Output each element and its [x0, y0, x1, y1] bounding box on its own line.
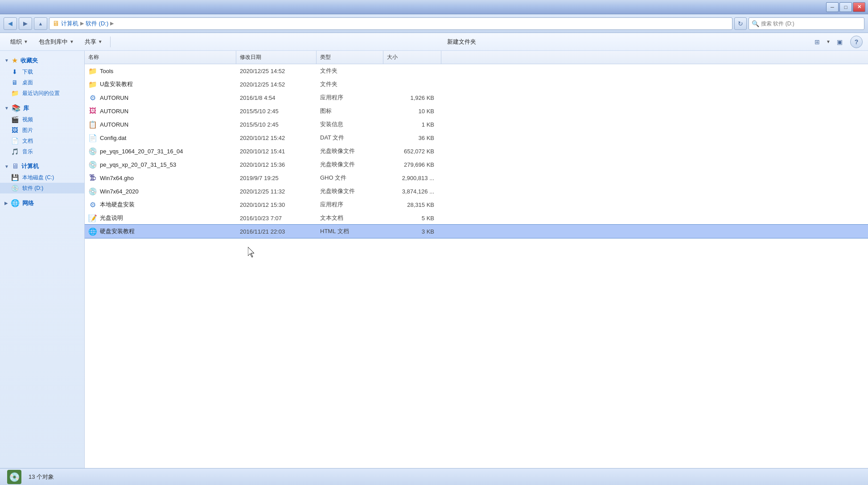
column-name-header[interactable]: 名称 [85, 51, 236, 64]
file-name: 硬盘安装教程 [100, 227, 135, 235]
preview-button[interactable]: ▣ [833, 36, 846, 48]
sidebar-item-drive-c[interactable]: 💾 本地磁盘 (C:) [0, 172, 84, 183]
sidebar-item-music[interactable]: 🎵 音乐 [0, 146, 84, 157]
organize-button[interactable]: 组织 ▼ [5, 35, 33, 49]
sidebar-item-video[interactable]: 🎬 视频 [0, 114, 84, 125]
file-icon: 🖼 [88, 107, 97, 115]
table-row[interactable]: 💿 Win7x64_2020 2020/12/25 11:32 光盘映像文件 3… [85, 185, 868, 198]
file-date-cell: 2020/10/12 15:30 [236, 200, 317, 210]
breadcrumb-computer[interactable]: 计算机 [61, 20, 78, 28]
view-toggle-button[interactable]: ⊞ [811, 36, 823, 48]
breadcrumb-drive[interactable]: 软件 (D:) [86, 20, 108, 28]
empty-area[interactable] [85, 266, 868, 468]
up-button[interactable]: ▲ [34, 17, 47, 30]
table-row[interactable]: 📄 Config.dat 2020/10/12 15:42 DAT 文件 36 … [85, 131, 868, 144]
toolbar: 组织 ▼ 包含到库中 ▼ 共享 ▼ 新建文件夹 ⊞ ▼ ▣ ? [0, 33, 868, 51]
file-name: 本地硬盘安装 [100, 201, 135, 209]
file-type-cell: 光盘映像文件 [317, 159, 383, 170]
sidebar-computer-section: ▼ 🖥 计算机 💾 本地磁盘 (C:) 💿 软件 (D:) [0, 160, 84, 193]
file-icon: ⚙ [88, 200, 97, 209]
file-date-cell: 2020/10/12 15:41 [236, 147, 317, 156]
table-row[interactable]: 🖼 AUTORUN 2015/5/10 2:45 图标 10 KB [85, 104, 868, 118]
file-date-cell: 2020/10/12 15:36 [236, 160, 317, 169]
sidebar-favorites-header[interactable]: ▼ ★ 收藏夹 [0, 54, 84, 66]
table-row[interactable]: 📝 光盘说明 2016/10/23 7:07 文本文档 5 KB [85, 211, 868, 225]
maximize-button[interactable]: □ [839, 2, 852, 12]
table-row[interactable]: 🌐 硬盘安装教程 2016/11/21 22:03 HTML 文档 3 KB [85, 225, 868, 238]
search-input[interactable] [761, 21, 861, 27]
sidebar-item-documents[interactable]: 📄 文档 [0, 136, 84, 146]
recent-icon: 📁 [11, 89, 19, 97]
table-row[interactable]: 💿 pe_yqs_1064_20_07_31_16_04 2020/10/12 … [85, 144, 868, 158]
file-name: Win7x64.gho [100, 175, 134, 181]
sidebar-item-recent[interactable]: 📁 最近访问的位置 [0, 88, 84, 99]
file-size-cell: 10 KB [383, 107, 441, 116]
file-size-cell: 2,900,813 ... [383, 173, 441, 183]
file-name-cell: 🌐 硬盘安装教程 [85, 226, 236, 237]
file-name: AUTORUN [100, 121, 128, 128]
table-row[interactable]: ⚙ AUTORUN 2016/1/8 4:54 应用程序 1,926 KB [85, 91, 868, 104]
video-icon: 🎬 [11, 115, 19, 123]
column-date-header[interactable]: 修改日期 [236, 51, 317, 64]
library-label: 库 [23, 104, 29, 112]
column-type-header[interactable]: 类型 [317, 51, 383, 64]
file-rows: 📁 Tools 2020/12/25 14:52 文件夹 📁 U盘安装教程 20… [85, 64, 868, 266]
table-row[interactable]: 📋 AUTORUN 2015/5/10 2:45 安装信息 1 KB [85, 118, 868, 131]
file-name: pe_yqs_xp_20_07_31_15_53 [100, 161, 176, 168]
file-name-cell: ⚙ AUTORUN [85, 92, 236, 103]
file-name: pe_yqs_1064_20_07_31_16_04 [100, 148, 183, 155]
drive-d-icon: 💿 [11, 184, 19, 192]
new-folder-button[interactable]: 新建文件夹 [442, 35, 481, 49]
breadcrumb: 🖥 计算机 ▶ 软件 (D:) ▶ [49, 17, 732, 30]
file-name-cell: 📁 Tools [85, 65, 236, 77]
file-icon: 💿 [88, 187, 97, 196]
video-label: 视频 [22, 116, 33, 123]
file-type-cell: 文本文档 [317, 213, 383, 223]
file-type-cell: DAT 文件 [317, 132, 383, 143]
sidebar-library-header[interactable]: ▼ 📚 库 [0, 102, 84, 114]
share-dropdown-icon: ▼ [98, 39, 103, 44]
file-date-cell: 2015/5/10 2:45 [236, 107, 317, 116]
sidebar-item-downloads[interactable]: ⬇ 下载 [0, 66, 84, 77]
search-icon: 🔍 [752, 20, 759, 27]
file-icon: 📁 [88, 80, 97, 89]
file-type-cell: 光盘映像文件 [317, 146, 383, 156]
column-size-header[interactable]: 大小 [383, 51, 441, 64]
organize-label: 组织 [10, 38, 22, 46]
downloads-icon: ⬇ [11, 68, 19, 76]
close-button[interactable]: ✕ [853, 2, 865, 12]
sidebar-item-pictures[interactable]: 🖼 图片 [0, 125, 84, 136]
table-row[interactable]: 💿 pe_yqs_xp_20_07_31_15_53 2020/10/12 15… [85, 158, 868, 171]
refresh-button[interactable]: ↻ [734, 17, 747, 30]
sidebar-library-section: ▼ 📚 库 🎬 视频 🖼 图片 📄 文档 🎵 音乐 [0, 102, 84, 157]
include-library-button[interactable]: 包含到库中 ▼ [34, 35, 79, 49]
sidebar-item-desktop[interactable]: 🖥 桌面 [0, 77, 84, 88]
file-name: 光盘说明 [100, 214, 123, 222]
table-row[interactable]: 🗜 Win7x64.gho 2019/9/7 19:25 GHO 文件 2,90… [85, 171, 868, 185]
desktop-icon: 🖥 [11, 78, 19, 86]
toolbar-separator [110, 37, 111, 47]
table-row[interactable]: 📁 U盘安装教程 2020/12/25 14:52 文件夹 [85, 78, 868, 91]
drive-c-label: 本地磁盘 (C:) [22, 174, 54, 181]
file-date-cell: 2015/5/10 2:45 [236, 120, 317, 129]
file-icon: 📝 [88, 214, 97, 222]
minimize-button[interactable]: ─ [826, 2, 839, 12]
table-row[interactable]: ⚙ 本地硬盘安装 2020/10/12 15:30 应用程序 28,315 KB [85, 198, 868, 211]
file-name-cell: 📝 光盘说明 [85, 212, 236, 224]
share-button[interactable]: 共享 ▼ [80, 35, 107, 49]
main-layout: ▼ ★ 收藏夹 ⬇ 下载 🖥 桌面 📁 最近访问的位置 ▼ 📚 库 [0, 51, 868, 468]
view-dropdown-icon[interactable]: ▼ [824, 39, 832, 44]
sidebar-computer-header[interactable]: ▼ 🖥 计算机 [0, 160, 84, 172]
help-button[interactable]: ? [850, 36, 863, 48]
sidebar-network-header[interactable]: ▶ 🌐 网络 [0, 197, 84, 209]
computer-arrow-icon: ▼ [4, 164, 9, 169]
documents-label: 文档 [22, 137, 33, 145]
sidebar-item-drive-d[interactable]: 💿 软件 (D:) [0, 183, 84, 193]
file-name-cell: 📁 U盘安装教程 [85, 78, 236, 90]
back-button[interactable]: ◀ [4, 17, 17, 30]
favorites-arrow-icon: ▼ [4, 58, 9, 63]
file-name-cell: 💿 pe_yqs_xp_20_07_31_15_53 [85, 159, 236, 170]
table-row[interactable]: 📁 Tools 2020/12/25 14:52 文件夹 [85, 64, 868, 78]
computer-label: 计算机 [21, 162, 39, 170]
forward-button[interactable]: ▶ [19, 17, 32, 30]
